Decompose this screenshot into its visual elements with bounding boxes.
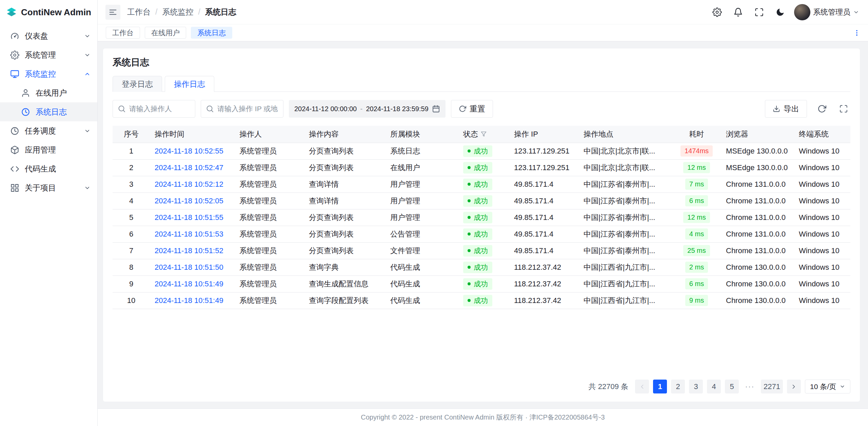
collapse-sidebar-button[interactable] (105, 5, 120, 20)
cell-duration: 1474ms (672, 143, 721, 159)
page-size-select[interactable]: 10 条/页 (805, 380, 850, 393)
settings-button[interactable] (710, 5, 724, 19)
sidebar-item-label: 任务调度 (25, 126, 79, 136)
route-tab-workbench[interactable]: 工作台 (106, 27, 140, 39)
status-badge: 成功 (463, 262, 492, 273)
page-button-2[interactable]: 2 (671, 380, 685, 393)
cell-location: 中国|江苏省|泰州市|... (579, 176, 672, 192)
page-button-last[interactable]: 2271 (761, 380, 783, 393)
cell-operator: 系统管理员 (235, 159, 304, 176)
cube-icon (10, 145, 19, 155)
export-button-label: 导出 (784, 104, 799, 114)
tab-login-logs[interactable]: 登录日志 (113, 76, 162, 92)
next-page-button[interactable] (787, 380, 801, 393)
chevron-down-icon (853, 9, 859, 15)
sidebar-item-label: 在线用户 (36, 88, 91, 98)
status-badge: 成功 (463, 212, 492, 223)
sidebar-item-system-management[interactable]: 系统管理 (0, 45, 97, 64)
clock-icon (10, 126, 19, 136)
time-link[interactable]: 2024-11-18 10:51:52 (155, 246, 223, 255)
refresh-table-button[interactable] (815, 102, 829, 116)
fullscreen-table-button[interactable] (837, 102, 850, 116)
breadcrumb-item[interactable]: 工作台 (127, 7, 151, 17)
sidebar-item-system-monitor[interactable]: 系统监控 (0, 64, 97, 83)
user-menu[interactable]: 系统管理员 (794, 4, 859, 20)
menu-icon (108, 8, 117, 17)
page-button-5[interactable]: 5 (725, 380, 739, 393)
time-link[interactable]: 2024-11-18 10:51:55 (155, 213, 223, 222)
operator-search-input[interactable] (129, 105, 190, 113)
col-content: 操作内容 (304, 126, 386, 143)
sidebar-item-online-users[interactable]: 在线用户 (0, 83, 97, 102)
fullscreen-button[interactable] (752, 5, 766, 19)
dark-mode-button[interactable] (773, 5, 787, 19)
status-dot (468, 216, 471, 219)
reset-button[interactable]: 重置 (451, 100, 493, 118)
col-status[interactable]: 状态 (458, 126, 509, 143)
time-link[interactable]: 2024-11-18 10:52:55 (155, 147, 223, 155)
cell-location: 中国|江西省|九江市|... (579, 276, 672, 292)
time-link[interactable]: 2024-11-18 10:51:50 (155, 263, 223, 271)
table-row: 7 2024-11-18 10:51:52 系统管理员 分页查询列表 文件管理 … (113, 242, 850, 259)
status-dot (468, 166, 471, 169)
cell-os: Windows 10 (794, 209, 850, 226)
operator-search-field[interactable] (113, 100, 195, 118)
sidebar-item-app-management[interactable]: 应用管理 (0, 140, 97, 159)
route-tab-online-users[interactable]: 在线用户 (145, 27, 186, 39)
date-range-picker[interactable]: 2024-11-12 00:00:00 - 2024-11-18 23:59:5… (289, 100, 446, 118)
cell-no: 1 (113, 143, 150, 159)
export-button[interactable]: 导出 (765, 100, 807, 118)
ip-search-field[interactable] (201, 100, 283, 118)
tab-operation-logs[interactable]: 操作日志 (165, 76, 214, 92)
cell-browser: Chrome 130.0.0.0 (721, 292, 794, 309)
prev-page-button[interactable] (635, 380, 649, 393)
cell-ip: 49.85.171.4 (509, 176, 579, 192)
cell-time: 2024-11-18 10:51:55 (150, 209, 235, 226)
time-link[interactable]: 2024-11-18 10:52:47 (155, 163, 223, 172)
breadcrumb-item[interactable]: 系统监控 (162, 7, 193, 17)
cell-location: 中国|北京|北京市|联... (579, 159, 672, 176)
cell-content: 查询生成配置信息 (304, 276, 386, 292)
page-ellipsis[interactable]: ··· (743, 380, 757, 393)
status-badge: 成功 (463, 245, 492, 257)
cell-ip: 49.85.171.4 (509, 242, 579, 259)
notifications-button[interactable] (731, 5, 745, 19)
filter-funnel-icon[interactable] (481, 131, 487, 137)
tab-actions-button[interactable] (852, 28, 862, 38)
cell-browser: Chrome 131.0.0.0 (721, 192, 794, 209)
cell-browser: Chrome 130.0.0.0 (721, 276, 794, 292)
sidebar-item-system-logs[interactable]: 系统日志 (0, 102, 97, 121)
time-link[interactable]: 2024-11-18 10:51:49 (155, 280, 223, 288)
cell-browser: MSEdge 130.0.0.0 (721, 143, 794, 159)
sidebar-menu: 仪表盘 系统管理 系统监控 在线用户 系统日志 (0, 24, 97, 197)
date-start-value: 2024-11-12 00:00:00 (294, 105, 357, 113)
sidebar-item-label: 系统监控 (25, 69, 79, 79)
sidebar-item-task-scheduler[interactable]: 任务调度 (0, 121, 97, 140)
page-size-value: 10 条/页 (810, 382, 836, 391)
cell-no: 3 (113, 176, 150, 192)
sidebar-item-about-project[interactable]: 关于项目 (0, 178, 97, 197)
time-link[interactable]: 2024-11-18 10:52:12 (155, 180, 223, 188)
route-tab-system-logs[interactable]: 系统日志 (191, 27, 232, 39)
page-button-3[interactable]: 3 (689, 380, 703, 393)
cell-module: 在线用户 (386, 159, 458, 176)
ip-search-input[interactable] (217, 105, 278, 113)
time-link[interactable]: 2024-11-18 10:51:49 (155, 296, 223, 305)
pagination: 共 22709 条 1 2 3 4 5 ··· 2271 10 条/页 (113, 373, 850, 393)
time-link[interactable]: 2024-11-18 10:51:53 (155, 230, 223, 238)
cell-ip: 123.117.129.251 (509, 143, 579, 159)
avatar (794, 4, 810, 20)
time-link[interactable]: 2024-11-18 10:52:05 (155, 197, 223, 205)
cell-status: 成功 (458, 292, 509, 309)
duration-badge: 4 ms (685, 228, 708, 240)
sidebar-item-code-generation[interactable]: 代码生成 (0, 159, 97, 178)
page-button-4[interactable]: 4 (707, 380, 721, 393)
status-badge: 成功 (463, 179, 492, 190)
breadcrumb: 工作台 / 系统监控 / 系统日志 (127, 7, 236, 17)
cell-location: 中国|江苏省|泰州市|... (579, 209, 672, 226)
sidebar-item-dashboard[interactable]: 仪表盘 (0, 26, 97, 45)
cell-browser: Chrome 131.0.0.0 (721, 176, 794, 192)
cell-browser: MSEdge 130.0.0.0 (721, 159, 794, 176)
gauge-icon (10, 32, 19, 41)
page-button-1[interactable]: 1 (653, 380, 667, 393)
